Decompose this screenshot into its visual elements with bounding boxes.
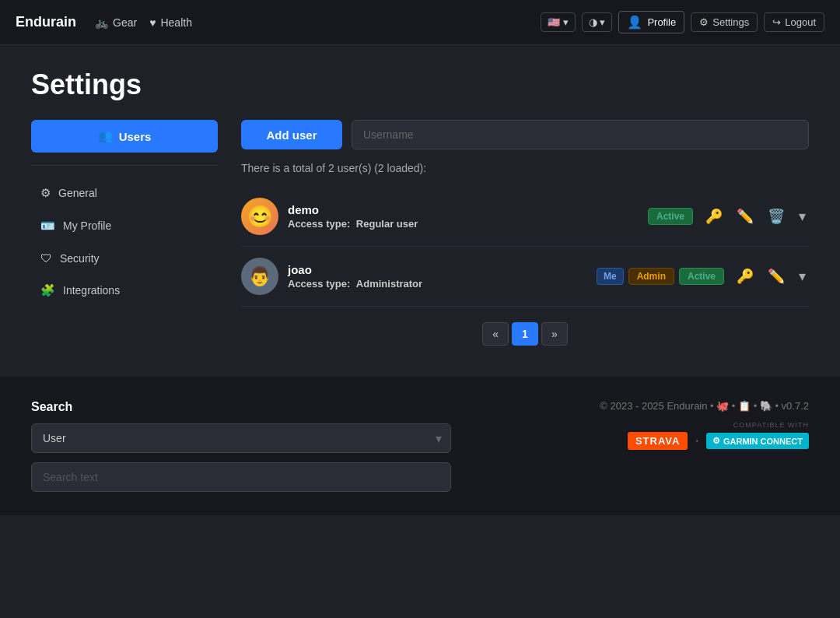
logout-button[interactable]: ↪ Logout [764,12,824,32]
sidebar-divider [31,165,218,166]
partner-logos: STRAVA • ⚙ GARMIN CONNECT [628,432,809,450]
table-row: 👨 joao Access type: Administrator Me Adm… [241,247,809,307]
user-info: demo Access type: Regular user [288,203,639,230]
theme-icon: ◑ [589,16,597,28]
page-title: Settings [31,68,809,101]
table-row: 😊 demo Access type: Regular user Active … [241,187,809,247]
user-actions: 🔑 ✏️ 🗑️ ▾ [702,205,809,228]
search-label: Search [31,400,451,414]
username-input[interactable] [352,120,809,149]
language-selector[interactable]: 🇺🇸 ▾ [541,12,576,32]
search-type-select[interactable]: User [31,423,451,453]
profile-avatar-icon: 👤 [627,15,642,30]
admin-badge: Admin [628,268,674,285]
search-type-wrapper: User ▾ [31,423,451,453]
garmin-logo: ⚙ GARMIN CONNECT [706,433,809,449]
compatible-section: COMPATIBLE WITH STRAVA • ⚙ GARMIN CONNEC… [482,421,809,450]
user-badges: Active [648,208,693,225]
main-content: Settings 👥 Users ⚙ General 🪪 My Profile … [0,45,840,369]
me-badge: Me [597,268,624,285]
brand-logo: Endurain [16,14,76,30]
edit-button[interactable]: ✏️ [733,205,757,228]
content-area: Add user There is a total of 2 user(s) (… [218,120,809,346]
user-info: joao Access type: Administrator [288,263,587,290]
page-1-button[interactable]: 1 [512,322,538,346]
compatible-label: COMPATIBLE WITH [733,421,809,429]
sidebar-item-security[interactable]: 🛡 Security [31,244,218,272]
user-name: demo [288,203,639,216]
sidebar-menu: ⚙ General 🪪 My Profile 🛡 Security 🧩 Inte… [31,178,218,305]
strava-logo: STRAVA [628,432,688,450]
status-badge: Active [648,208,693,225]
users-icon: 👥 [98,129,113,143]
nav-gear[interactable]: 🚲 Gear [95,16,137,29]
avatar: 😊 [241,198,278,235]
content-topbar: Add user [241,120,809,149]
settings-button[interactable]: ⚙ Settings [691,12,758,32]
search-input[interactable] [31,462,451,492]
logout-icon: ↪ [772,16,781,28]
next-page-button[interactable]: » [541,322,568,346]
demo-avatar-image: 😊 [247,204,274,230]
users-count: There is a total of 2 user(s) (2 loaded)… [241,162,809,174]
key-button[interactable]: 🔑 [733,265,757,288]
status-badge: Active [679,268,724,285]
chevron-down-icon: ▾ [600,16,605,28]
sidebar-item-integrations[interactable]: 🧩 Integrations [31,276,218,305]
nav-links: 🚲 Gear ♥ Health [95,16,541,29]
settings-layout: 👥 Users ⚙ General 🪪 My Profile 🛡 Securit… [31,120,809,346]
health-heart-icon: ♥ [149,16,156,29]
profile-button[interactable]: 👤 Profile [618,11,684,33]
footer: Search User ▾ © 2023 - 2025 Endurain • 🐙… [0,377,840,515]
dropdown-button[interactable]: ▾ [796,205,809,228]
sidebar-item-my-profile[interactable]: 🪪 My Profile [31,211,218,241]
user-access-type: Access type: Administrator [288,278,587,290]
navbar-right: 🇺🇸 ▾ ◑ ▾ 👤 Profile ⚙ Settings ↪ Logout [541,11,824,33]
gear-bike-icon: 🚲 [95,16,108,29]
copyright-text: © 2023 - 2025 Endurain • 🐙 • 📋 • 🐘 • v0.… [482,400,809,412]
puzzle-icon: 🧩 [40,283,55,297]
sidebar: 👥 Users ⚙ General 🪪 My Profile 🛡 Securit… [31,120,218,346]
key-button[interactable]: 🔑 [702,205,726,228]
pagination: « 1 » [241,322,809,346]
add-user-button[interactable]: Add user [241,120,342,149]
navbar: Endurain 🚲 Gear ♥ Health 🇺🇸 ▾ ◑ ▾ 👤 Prof… [0,0,840,45]
chevron-down-icon: ▾ [563,16,569,28]
theme-toggle[interactable]: ◑ ▾ [582,12,613,32]
footer-search-section: Search User ▾ [31,400,451,492]
shield-icon: 🛡 [40,251,52,265]
settings-gear-icon: ⚙ [699,16,709,28]
user-actions: 🔑 ✏️ ▾ [733,265,809,288]
user-badges: Me Admin Active [597,268,724,285]
user-name: joao [288,263,587,276]
gear-icon: ⚙ [40,186,51,200]
dropdown-button[interactable]: ▾ [796,265,809,288]
delete-button[interactable]: 🗑️ [765,205,788,228]
edit-button[interactable]: ✏️ [765,265,788,288]
sidebar-item-general[interactable]: ⚙ General [31,178,218,208]
footer-layout: Search User ▾ © 2023 - 2025 Endurain • 🐙… [31,400,809,492]
prev-page-button[interactable]: « [482,322,509,346]
users-tab-button[interactable]: 👥 Users [31,120,218,153]
nav-health[interactable]: ♥ Health [149,16,192,29]
joao-avatar-image: 👨 [248,265,271,287]
garmin-icon: ⚙ [712,436,720,446]
user-access-type: Access type: Regular user [288,218,639,230]
avatar: 👨 [241,258,278,295]
flag-icon: 🇺🇸 [548,16,560,28]
profile-card-icon: 🪪 [40,219,55,233]
bullet-separator: • [695,437,698,445]
footer-info: © 2023 - 2025 Endurain • 🐙 • 📋 • 🐘 • v0.… [482,400,809,450]
